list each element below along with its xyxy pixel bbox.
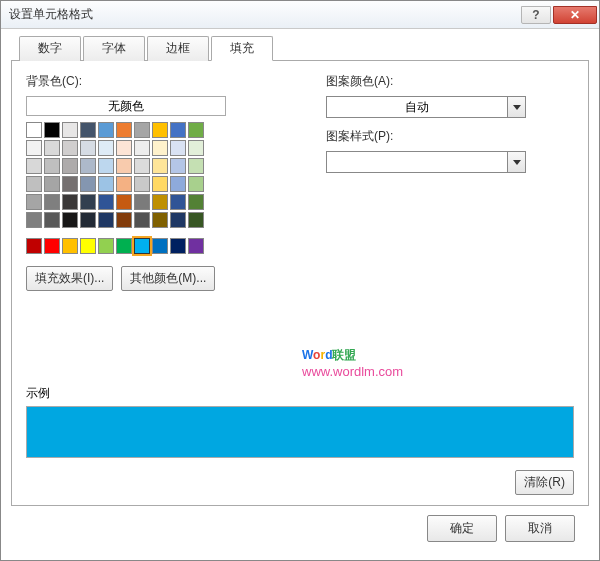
- fill-effects-button[interactable]: 填充效果(I)...: [26, 266, 113, 291]
- color-swatch[interactable]: [26, 140, 42, 156]
- color-swatch[interactable]: [44, 194, 60, 210]
- color-swatch[interactable]: [62, 176, 78, 192]
- color-swatch[interactable]: [98, 140, 114, 156]
- color-swatch[interactable]: [80, 238, 96, 254]
- color-swatch[interactable]: [26, 158, 42, 174]
- color-swatch[interactable]: [116, 158, 132, 174]
- no-color-label: 无颜色: [108, 98, 144, 115]
- color-swatch[interactable]: [188, 212, 204, 228]
- dropdown-toggle[interactable]: [507, 152, 525, 172]
- cancel-button[interactable]: 取消: [505, 515, 575, 542]
- help-button[interactable]: ?: [521, 6, 551, 24]
- button-label: 清除(R): [524, 475, 565, 489]
- color-swatch[interactable]: [152, 212, 168, 228]
- color-swatch[interactable]: [152, 122, 168, 138]
- color-swatch[interactable]: [44, 122, 60, 138]
- color-swatch[interactable]: [80, 212, 96, 228]
- color-swatch[interactable]: [134, 194, 150, 210]
- color-swatch[interactable]: [152, 140, 168, 156]
- color-swatch[interactable]: [44, 140, 60, 156]
- color-swatch[interactable]: [98, 122, 114, 138]
- tab-font[interactable]: 字体: [83, 36, 145, 61]
- tab-fill[interactable]: 填充: [211, 36, 273, 61]
- dropdown-value: 自动: [327, 99, 507, 116]
- sample-preview: [26, 406, 574, 458]
- color-swatch[interactable]: [170, 122, 186, 138]
- color-swatch[interactable]: [62, 212, 78, 228]
- color-swatch[interactable]: [170, 194, 186, 210]
- pattern-style-dropdown[interactable]: [326, 151, 526, 173]
- color-swatch[interactable]: [116, 122, 132, 138]
- color-swatch[interactable]: [134, 212, 150, 228]
- color-swatch[interactable]: [98, 158, 114, 174]
- color-swatch[interactable]: [188, 194, 204, 210]
- color-swatch[interactable]: [134, 176, 150, 192]
- color-swatch[interactable]: [44, 176, 60, 192]
- color-swatch[interactable]: [44, 238, 60, 254]
- tab-label: 填充: [230, 41, 254, 55]
- color-swatch[interactable]: [188, 238, 204, 254]
- watermark: Word联盟 www.wordlm.com: [302, 341, 403, 379]
- color-swatch[interactable]: [134, 122, 150, 138]
- color-swatch[interactable]: [62, 194, 78, 210]
- color-swatch[interactable]: [188, 158, 204, 174]
- color-swatch[interactable]: [188, 140, 204, 156]
- dialog-footer: 确定 取消: [11, 506, 589, 550]
- titlebar: 设置单元格格式 ? ✕: [1, 1, 599, 29]
- color-swatch[interactable]: [152, 158, 168, 174]
- color-swatch[interactable]: [44, 212, 60, 228]
- color-swatch[interactable]: [188, 176, 204, 192]
- color-swatch[interactable]: [26, 238, 42, 254]
- close-icon: ✕: [570, 8, 580, 22]
- color-swatch[interactable]: [152, 194, 168, 210]
- tab-number[interactable]: 数字: [19, 36, 81, 61]
- color-swatch[interactable]: [80, 176, 96, 192]
- ok-button[interactable]: 确定: [427, 515, 497, 542]
- color-swatch[interactable]: [98, 176, 114, 192]
- color-swatch[interactable]: [26, 122, 42, 138]
- color-swatch[interactable]: [62, 140, 78, 156]
- pattern-color-dropdown[interactable]: 自动: [326, 96, 526, 118]
- window-title: 设置单元格格式: [9, 6, 519, 23]
- color-swatch[interactable]: [80, 194, 96, 210]
- color-swatch[interactable]: [98, 238, 114, 254]
- color-swatch[interactable]: [170, 176, 186, 192]
- color-swatch[interactable]: [116, 238, 132, 254]
- color-swatch[interactable]: [116, 194, 132, 210]
- color-swatch[interactable]: [116, 212, 132, 228]
- color-swatch[interactable]: [62, 158, 78, 174]
- color-swatch[interactable]: [80, 158, 96, 174]
- color-swatch[interactable]: [62, 238, 78, 254]
- clear-button[interactable]: 清除(R): [515, 470, 574, 495]
- color-swatch[interactable]: [80, 140, 96, 156]
- color-swatch[interactable]: [26, 212, 42, 228]
- color-swatch[interactable]: [152, 176, 168, 192]
- color-swatch[interactable]: [98, 212, 114, 228]
- background-color-label: 背景色(C):: [26, 73, 286, 90]
- no-color-button[interactable]: 无颜色: [26, 96, 226, 116]
- color-swatch[interactable]: [134, 238, 150, 254]
- tab-border[interactable]: 边框: [147, 36, 209, 61]
- color-swatch[interactable]: [170, 158, 186, 174]
- color-swatch[interactable]: [62, 122, 78, 138]
- color-swatch[interactable]: [44, 158, 60, 174]
- color-swatch[interactable]: [152, 238, 168, 254]
- color-swatch[interactable]: [134, 140, 150, 156]
- tab-label: 边框: [166, 41, 190, 55]
- color-swatch[interactable]: [134, 158, 150, 174]
- color-swatch[interactable]: [170, 140, 186, 156]
- color-swatch[interactable]: [188, 122, 204, 138]
- color-swatch[interactable]: [26, 194, 42, 210]
- close-button[interactable]: ✕: [553, 6, 597, 24]
- tab-label: 数字: [38, 41, 62, 55]
- color-swatch[interactable]: [116, 140, 132, 156]
- color-swatch[interactable]: [116, 176, 132, 192]
- color-swatch[interactable]: [98, 194, 114, 210]
- color-swatch[interactable]: [80, 122, 96, 138]
- color-swatch[interactable]: [170, 212, 186, 228]
- dropdown-toggle[interactable]: [507, 97, 525, 117]
- pattern-color-label: 图案颜色(A):: [326, 73, 574, 90]
- other-colors-button[interactable]: 其他颜色(M)...: [121, 266, 215, 291]
- color-swatch[interactable]: [26, 176, 42, 192]
- color-swatch[interactable]: [170, 238, 186, 254]
